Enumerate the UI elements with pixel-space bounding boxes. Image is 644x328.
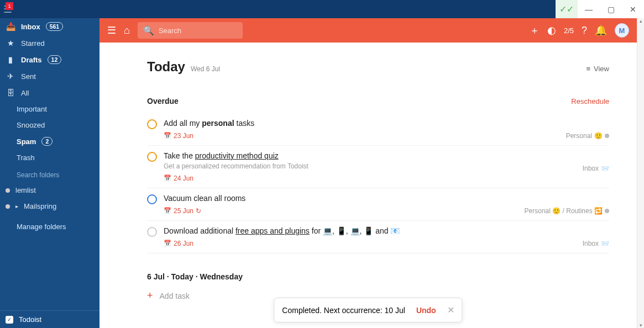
drafts-icon: ▮ [6,55,15,64]
window-titlebar: ☰ 1 ✓✓ — ▢ ✕ [0,0,644,18]
sidebar-label: Starred [21,39,45,47]
task-title: Download additional free apps and plugin… [164,226,576,235]
task-row[interactable]: Add all my personal tasks 📅23 Jun Person… [147,113,609,146]
sync-status-icon[interactable]: ✓✓ [556,0,578,18]
task-content: Download additional free apps and plugin… [164,226,576,247]
window-close-button[interactable]: ✕ [622,0,644,18]
undo-button[interactable]: Undo [416,306,436,315]
sidebar-footer-todoist[interactable]: ✓ Todoist [0,310,100,328]
overdue-header: Overdue Reschedule [147,97,609,105]
calendar-icon: 📅 [164,174,171,182]
task-row[interactable]: Vacuum clean all rooms 📅25 Jun ↻ Persona… [147,188,609,221]
sidebar-search-folders-label[interactable]: Search folders [0,166,100,182]
sidebar-label: Inbox [21,23,40,31]
mail-sidebar: 📥 Inbox 561 ★ Starred ▮ Drafts 12 ✈ Sent… [0,18,100,328]
page-date: Wed 6 Jul [191,65,220,73]
task-meta: Inbox 📨 [583,151,609,172]
project-dot-icon [605,134,609,138]
sidebar-label: Important [17,105,47,113]
sidebar-item-important[interactable]: Important [0,101,100,117]
task-date-chip: 📅24 Jun [164,174,193,182]
content-pane: ☰ ⌂ 🔍 ＋ ◐ 2/5 ? 🔔 M Today Wed 6 Jul ≡ Vi… [100,18,637,328]
toast-close-icon[interactable]: ✕ [447,305,454,315]
task-project[interactable]: Personal 🙂 / Routines 🔁 [525,207,609,215]
task-checkbox[interactable] [147,152,157,162]
account-label: lemlist [15,186,36,194]
sidebar-item-all[interactable]: 🗄 All [0,84,100,101]
karma-count[interactable]: 2/5 [564,27,574,35]
calendar-icon: 📅 [164,207,171,214]
notification-badge[interactable]: 1 [6,2,13,10]
task-meta: Inbox 📨 [583,226,609,247]
checkbox-icon: ✓ [6,316,13,324]
task-project[interactable]: Personal 🙂 [566,132,609,140]
sidebar-label: All [21,89,29,97]
window-maximize-button[interactable]: ▢ [600,0,622,18]
task-content: Add all my personal tasks 📅23 Jun [164,119,559,140]
karma-icon[interactable]: ◐ [547,24,556,36]
sidebar-item-inbox[interactable]: 📥 Inbox 561 [0,18,100,35]
manage-label: Manage folders [17,223,66,231]
window-controls: ✓✓ — ▢ ✕ [556,0,644,18]
app-header: ☰ ⌂ 🔍 ＋ ◐ 2/5 ? 🔔 M [100,18,637,43]
sidebar-item-starred[interactable]: ★ Starred [0,35,100,51]
task-date-chip: 📅26 Jun [164,240,193,247]
sent-icon: ✈ [6,72,15,81]
sidebar-item-sent[interactable]: ✈ Sent [0,68,100,84]
recurring-icon: ↻ [196,207,201,215]
task-meta: Personal 🙂 / Routines 🔁 [525,194,609,215]
sidebar-manage-folders[interactable]: Manage folders [0,219,100,235]
search-box[interactable]: 🔍 [138,22,243,39]
task-meta: Personal 🙂 [566,119,609,140]
task-row[interactable]: Take the productivity method quiz Get a … [147,146,609,188]
archive-icon: 🗄 [6,88,15,97]
account-dot-icon [6,204,10,209]
inbox-count: 561 [46,22,64,31]
avatar[interactable]: M [615,23,629,38]
home-icon[interactable]: ⌂ [124,25,130,36]
scrollbar[interactable] [637,18,644,328]
expand-icon: ▸ [15,203,18,209]
sidebar-item-spam[interactable]: Spam 2 [0,133,100,150]
reschedule-link[interactable]: Reschedule [571,97,609,105]
window-minimize-button[interactable]: — [578,0,600,18]
task-checkbox[interactable] [147,119,157,129]
sidebar-item-trash[interactable]: Trash [0,150,100,166]
task-project[interactable]: Inbox 📨 [583,165,609,172]
sidebar-item-snoozed[interactable]: Snoozed [0,117,100,133]
task-date-chip: 📅23 Jun [164,132,193,140]
task-title: Add all my personal tasks [164,119,559,128]
task-checkbox[interactable] [147,227,157,237]
calendar-icon: 📅 [164,132,171,139]
footer-label: Todoist [19,315,41,324]
add-task-icon[interactable]: ＋ [530,24,540,37]
project-dot-icon [605,209,609,213]
spam-count: 2 [41,137,53,146]
task-row[interactable]: Download additional free apps and plugin… [147,221,609,253]
sidebar-label: Snoozed [17,121,45,129]
account-label: Mailspring [24,202,56,210]
completion-toast: Completed. Next occurrence: 10 Jul Undo … [274,298,462,322]
add-task-label: Add task [160,292,190,300]
today-section-title: 6 Jul · Today · Wednesday [147,272,609,281]
page-title: Today [147,59,185,75]
page-title-row: Today Wed 6 Jul ≡ View [147,59,609,75]
search-input[interactable] [159,27,237,35]
sidebar-label: Drafts [21,56,42,64]
task-content: Take the productivity method quiz Get a … [164,151,576,182]
sidebar-account-lemlist[interactable]: lemlist [0,182,100,198]
task-project[interactable]: Inbox 📨 [583,240,609,247]
account-dot-icon [6,188,10,193]
task-checkbox[interactable] [147,194,157,204]
sidebar-account-mailspring[interactable]: ▸ Mailspring [0,198,100,214]
view-button[interactable]: ≡ View [586,65,609,73]
notifications-icon[interactable]: 🔔 [595,24,607,36]
plus-icon: + [147,290,153,301]
sidebar-item-drafts[interactable]: ▮ Drafts 12 [0,51,100,68]
help-icon[interactable]: ? [582,25,587,36]
view-label: View [594,65,609,73]
inbox-icon: 📥 [6,22,15,31]
task-content: Vacuum clean all rooms 📅25 Jun ↻ [164,194,518,215]
menu-icon[interactable]: ☰ [107,24,116,36]
sidebar-label: Sent [21,72,36,81]
